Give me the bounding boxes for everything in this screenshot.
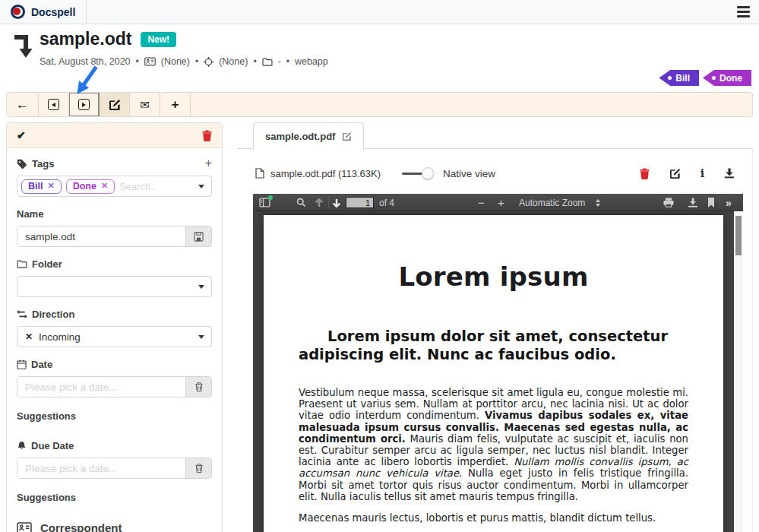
docspell-logo-icon (11, 5, 25, 19)
pdf-sidebar-toggle-button[interactable] (259, 194, 270, 211)
direction-select[interactable]: ✕ Incoming (17, 326, 212, 347)
tags-icon (17, 159, 27, 169)
delete-item-button[interactable] (202, 130, 212, 141)
due-date-suggestions-label: Suggestions (17, 492, 212, 503)
item-date: Sat, August 8th, 2020 (40, 56, 131, 67)
item-meta-row: Sat, August 8th, 2020 • (None) • (None) … (40, 56, 328, 67)
clear-date-button[interactable] (185, 377, 211, 397)
pdf-next-page-button[interactable] (332, 194, 341, 211)
printer-icon (663, 198, 674, 207)
edit-attachment-button[interactable] (669, 168, 681, 179)
date-input[interactable] (17, 377, 185, 397)
page-count-label: of 4 (379, 194, 394, 211)
item-concerning: (None) (219, 56, 248, 67)
remove-value-icon[interactable]: ✕ (25, 331, 33, 342)
attachment-file-row: sample.odt.pdf (113.63K) Native view i (255, 165, 735, 182)
pdf-zoom-out-button[interactable]: − (478, 194, 485, 211)
search-icon (296, 198, 306, 207)
pdf-previous-page-button[interactable] (315, 194, 324, 211)
edit-metadata-button[interactable] (100, 93, 130, 116)
tab-sample-odt-pdf[interactable]: sample.odt.pdf (253, 122, 364, 150)
trash-outline-icon (194, 382, 204, 392)
info-icon: i (700, 168, 704, 179)
back-button[interactable]: ← (7, 93, 39, 116)
crosshair-icon (204, 57, 213, 67)
attachment-panel: sample.odt.pdf sample.odt.pdf (113.63K) … (237, 122, 753, 532)
due-date-field-group (17, 458, 212, 479)
due-date-input[interactable] (17, 458, 185, 478)
name-field-group (17, 226, 212, 247)
arrow-down-icon (332, 198, 341, 207)
pdf-bookmark-button[interactable] (707, 194, 715, 211)
notification-dot (268, 195, 273, 200)
tag-chip-done[interactable]: Done✕ (66, 179, 115, 194)
folder-label-row: Folder (17, 258, 212, 270)
chevron-down-icon[interactable] (198, 185, 204, 188)
native-view-label: Native view (443, 168, 495, 179)
add-files-button[interactable]: + (160, 93, 191, 116)
attachment-tabs: sample.odt.pdf (237, 122, 753, 149)
add-tag-button[interactable]: + (205, 157, 212, 169)
confirm-check-icon[interactable]: ✔ (17, 129, 26, 141)
due-date-label-row: Due Date (17, 440, 212, 451)
edit-icon[interactable] (342, 131, 352, 141)
pdf-scrollbar[interactable] (734, 211, 743, 532)
direction-label-row: Direction (17, 309, 212, 320)
pdf-more-tools-button[interactable]: » (726, 194, 731, 211)
select-arrows-icon (596, 199, 600, 207)
tags-multiselect[interactable]: Bill✕ Done✕ (17, 176, 212, 197)
trash-icon (640, 168, 650, 179)
doc-paragraph: Maecenas mauris lectus, lobortis et puru… (299, 512, 688, 524)
attachment-file-label: sample.odt.pdf (113.63K) (255, 168, 381, 179)
download-attachment-button[interactable] (724, 168, 735, 179)
hamburger-menu-icon[interactable] (737, 6, 750, 17)
page-title: sample.odt (40, 29, 131, 49)
scrollbar-thumb[interactable] (735, 216, 742, 255)
back-arrow-icon: ← (16, 97, 29, 112)
pdf-viewer: of 4 − + Automatic Zoom » Lorem ipsum Lo… (253, 194, 743, 532)
pdf-download-button[interactable] (688, 194, 698, 211)
pdf-search-button[interactable] (296, 194, 306, 211)
pdf-page-field (346, 194, 374, 211)
tag-chip-bill[interactable]: Bill✕ (21, 179, 62, 194)
remove-tag-icon[interactable]: ✕ (47, 181, 54, 191)
page-number-input[interactable] (346, 197, 374, 208)
envelope-icon: ✉ (140, 98, 150, 112)
panel-right-border (752, 149, 753, 532)
plus-icon: + (172, 97, 179, 112)
address-card-icon (17, 522, 32, 532)
remove-tag-icon[interactable]: ✕ (101, 181, 108, 191)
next-item-button[interactable] (69, 93, 100, 116)
clear-due-date-button[interactable] (185, 458, 211, 478)
previous-item-button[interactable] (39, 93, 69, 116)
attachment-info-button[interactable]: i (700, 168, 704, 179)
zoom-level-label: Automatic Zoom (519, 198, 585, 208)
tag-search-input[interactable] (119, 181, 193, 192)
save-name-button[interactable] (185, 226, 211, 246)
name-input[interactable] (17, 226, 185, 246)
delete-attachment-button[interactable] (640, 168, 650, 179)
arrow-up-icon (315, 198, 324, 207)
brand-link[interactable]: Docspell (0, 0, 87, 24)
bookmark-icon (707, 198, 715, 207)
folder-icon (17, 260, 27, 268)
item-action-toolbar: ← ✉ + (6, 92, 753, 117)
item-source: webapp (295, 56, 328, 67)
pdf-zoom-in-button[interactable]: + (498, 194, 504, 211)
chevron-down-icon (198, 285, 204, 289)
tag-done: Done (703, 70, 751, 86)
doc-title: Lorem ipsum (299, 261, 688, 292)
send-mail-button[interactable]: ✉ (130, 93, 160, 116)
top-bar: Docspell (0, 0, 759, 24)
download-icon (688, 198, 698, 207)
folder-select[interactable] (17, 276, 212, 297)
native-view-toggle[interactable] (402, 167, 434, 179)
brand-name: Docspell (31, 6, 75, 18)
edit-icon (669, 168, 681, 179)
pdf-zoom-select[interactable]: Automatic Zoom (514, 194, 605, 211)
item-arrow-icon (13, 32, 33, 62)
calendar-icon (17, 359, 27, 369)
pdf-print-button[interactable] (663, 194, 674, 211)
caret-square-right-icon (78, 99, 90, 110)
toolbar-separator (719, 196, 720, 209)
